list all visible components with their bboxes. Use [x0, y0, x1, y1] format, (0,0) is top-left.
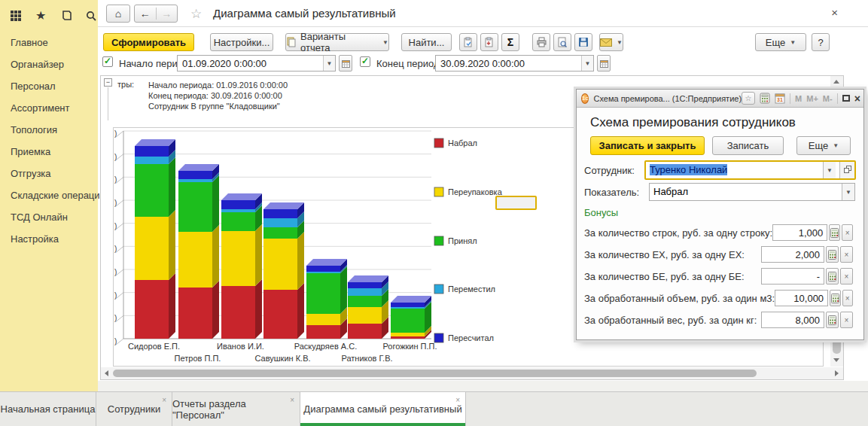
scroll-left-icon[interactable]: [105, 370, 108, 376]
sidebar-item[interactable]: ТСД Онлайн: [0, 206, 98, 228]
start-period-checkbox[interactable]: ✓: [102, 56, 113, 67]
memory-m-button[interactable]: M: [795, 94, 802, 103]
memory-mminus-button[interactable]: M-: [823, 94, 833, 103]
find-button[interactable]: Найти...: [401, 33, 452, 51]
more-button[interactable]: Еще ▼: [755, 33, 806, 51]
scroll-right-icon[interactable]: [835, 370, 839, 376]
memory-mplus-button[interactable]: M+: [806, 94, 818, 103]
chart-bar[interactable]: [221, 193, 262, 339]
clear-button[interactable]: ×: [840, 268, 853, 285]
bar-segment[interactable]: [391, 307, 425, 309]
bar-segment[interactable]: [263, 227, 297, 239]
employee-value[interactable]: Туренко Николай: [646, 162, 823, 178]
bar-segment[interactable]: [348, 296, 382, 307]
favorites-star-icon[interactable]: ★: [35, 9, 48, 23]
print-button[interactable]: [532, 33, 550, 51]
bar-segment[interactable]: [178, 288, 212, 339]
scroll-down-icon[interactable]: [833, 358, 839, 362]
bonus-input[interactable]: 10,000: [775, 290, 828, 306]
sidebar-item[interactable]: Топология: [0, 119, 98, 141]
bar-segment[interactable]: [348, 307, 382, 324]
start-period-field[interactable]: 01.09.2020 0:00:00 ▼: [177, 55, 336, 72]
paste-cells-button[interactable]: [480, 33, 498, 51]
bar-segment[interactable]: [263, 290, 297, 339]
bar-segment[interactable]: [263, 209, 297, 218]
bar-segment[interactable]: [135, 146, 169, 157]
bar-segment[interactable]: [348, 324, 382, 339]
chevron-down-icon[interactable]: ▼: [823, 162, 836, 178]
params-expander[interactable]: −: [104, 78, 112, 87]
sidebar-item[interactable]: Главное: [0, 32, 98, 53]
back-button[interactable]: ←: [135, 8, 157, 20]
dialog-more-button[interactable]: Еще ▼: [796, 136, 851, 155]
bar-segment[interactable]: [263, 239, 297, 290]
chart-bar[interactable]: [348, 275, 388, 339]
bar-segment[interactable]: [306, 266, 340, 272]
chevron-down-icon[interactable]: ▼: [581, 56, 593, 71]
bar-segment[interactable]: [135, 280, 169, 339]
save-button[interactable]: [574, 33, 592, 51]
sum-button[interactable]: Σ: [501, 33, 519, 51]
sidebar-item[interactable]: Ассортимент: [0, 97, 98, 119]
end-period-value[interactable]: 30.09.2020 0:00:00: [436, 56, 581, 71]
send-mail-button[interactable]: ▼: [599, 33, 623, 51]
bar-segment[interactable]: [306, 273, 340, 314]
bar-segment[interactable]: [178, 182, 212, 232]
bar-segment[interactable]: [221, 231, 255, 286]
tab-close-icon[interactable]: ×: [162, 396, 166, 404]
chart-bar[interactable]: [306, 259, 347, 339]
close-form-icon[interactable]: ×: [831, 6, 838, 19]
sidebar-item[interactable]: Настройка: [0, 228, 98, 250]
chevron-down-icon[interactable]: ▼: [323, 56, 335, 71]
maximize-icon[interactable]: [842, 95, 850, 102]
dialog-favorite-icon[interactable]: ☆: [742, 92, 755, 105]
help-button[interactable]: ?: [812, 33, 830, 51]
horizontal-scroll-thumb[interactable]: [113, 370, 757, 377]
menu-grid-icon[interactable]: [9, 9, 23, 23]
calculator-button[interactable]: [829, 224, 840, 241]
home-button[interactable]: ⌂: [106, 5, 130, 23]
bar-segment[interactable]: [135, 164, 169, 217]
bar-segment[interactable]: [348, 282, 382, 288]
copy-cells-button[interactable]: [459, 33, 477, 51]
sidebar-item[interactable]: Приемка: [0, 141, 98, 163]
chart-bar[interactable]: [391, 296, 431, 339]
history-scroll-icon[interactable]: [59, 9, 73, 23]
chart-bar[interactable]: [135, 139, 175, 339]
bonus-input[interactable]: 2,000: [761, 246, 824, 263]
end-period-calendar-button[interactable]: [597, 55, 611, 72]
clear-button[interactable]: ×: [842, 290, 853, 306]
tab-3[interactable]: Диаграмма самый результативный×: [300, 392, 466, 426]
dialog-close-icon[interactable]: ×: [854, 93, 860, 104]
bar-segment[interactable]: [135, 157, 169, 164]
generate-button[interactable]: Сформировать: [103, 33, 194, 51]
sidebar-item[interactable]: Персонал: [0, 75, 98, 97]
report-variants-button[interactable]: Варианты отчета ▼: [285, 33, 389, 51]
bonus-input[interactable]: -: [761, 268, 824, 285]
floating-edit-box[interactable]: [495, 196, 537, 210]
bar-segment[interactable]: [178, 232, 212, 288]
bar-segment[interactable]: [306, 272, 340, 273]
forward-button[interactable]: →: [157, 8, 178, 20]
bar-segment[interactable]: [391, 336, 425, 339]
tab-1[interactable]: Сотрудники×: [96, 392, 172, 426]
calculator-button[interactable]: [830, 290, 840, 306]
bar-segment[interactable]: [391, 303, 425, 307]
calculator-icon[interactable]: [760, 93, 770, 104]
employee-field[interactable]: Туренко Николай ▼: [644, 160, 856, 180]
chevron-down-icon[interactable]: ▼: [842, 184, 854, 200]
bar-segment[interactable]: [391, 333, 425, 336]
indicator-field[interactable]: Набрал ▼: [649, 183, 855, 201]
end-period-checkbox[interactable]: ✓: [360, 56, 370, 67]
preview-button[interactable]: [553, 33, 571, 51]
bonus-input[interactable]: 8,000: [761, 312, 824, 328]
calendar-31-icon[interactable]: 31: [775, 93, 785, 104]
clear-button[interactable]: ×: [840, 246, 853, 263]
calculator-button[interactable]: [826, 246, 839, 263]
clear-button[interactable]: ×: [840, 312, 853, 328]
tab-home[interactable]: Начальная страница: [0, 392, 96, 426]
open-item-button[interactable]: [839, 162, 854, 178]
chart-bar[interactable]: [178, 164, 219, 339]
indicator-value[interactable]: Набрал: [650, 184, 842, 200]
search-icon[interactable]: [85, 9, 99, 23]
